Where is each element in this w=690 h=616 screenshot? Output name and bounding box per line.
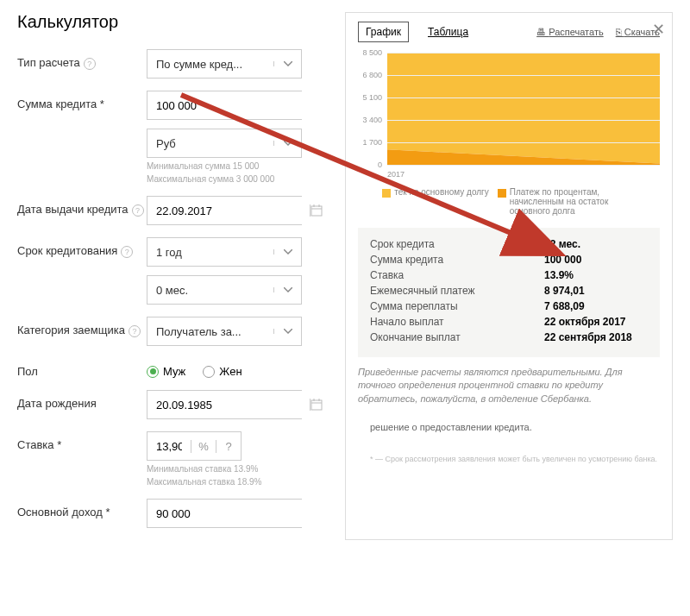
disclaimer: Приведенные расчеты являются предварител… [358, 366, 660, 405]
chart: 01 7003 4005 1006 8008 500 2017 [358, 53, 660, 182]
select-currency[interactable]: Руб [147, 129, 302, 158]
label-birth: Дата рождения [17, 390, 147, 410]
select-calc-type[interactable]: По сумме кред... [147, 49, 302, 79]
below-text: решение о предоставлении кредита. [358, 421, 660, 434]
tab-table[interactable]: Таблица [421, 22, 475, 41]
summary-row: Сумма кредита100 000 [370, 254, 648, 266]
hint-rate-max: Максимальная ставка 18.9% [147, 477, 328, 487]
label-gender: Пол [17, 358, 147, 378]
radio-male[interactable]: Муж [147, 365, 185, 378]
select-term-months[interactable]: 0 мес. [147, 275, 302, 305]
summary-box: Срок кредита12 мес.Сумма кредита100 000С… [358, 228, 660, 357]
svg-marker-8 [387, 53, 660, 163]
label-term: Срок кредитования? [17, 237, 147, 258]
select-term-years[interactable]: 1 год [147, 237, 302, 267]
label-income: Основной доход * [17, 499, 147, 519]
footnote: * — Срок рассмотрения заявления может бы… [358, 454, 660, 465]
input-income[interactable] [147, 499, 302, 528]
summary-row: Сумма переплаты7 688,09 [370, 300, 648, 312]
chevron-down-icon [273, 249, 301, 255]
x-tick: 2017 [387, 170, 405, 179]
birth-field[interactable] [147, 391, 310, 418]
page-title: Калькулятор [17, 12, 328, 32]
summary-row: Ежемесячный платеж8 974,01 [370, 285, 648, 297]
label-issue-date: Дата выдачи кредита? [17, 196, 147, 217]
summary-row: Окончание выплат22 сентября 2018 [370, 331, 648, 343]
close-icon[interactable]: ✕ [652, 20, 665, 39]
hint-amount-max: Максимальная сумма 3 000 000 [147, 174, 328, 184]
chevron-down-icon [273, 287, 301, 292]
chevron-down-icon [273, 61, 301, 66]
income-field[interactable] [147, 500, 310, 527]
svg-rect-0 [311, 206, 322, 216]
issue-date-field[interactable] [147, 197, 310, 224]
summary-row: Начало выплат22 октября 2017 [370, 316, 648, 328]
hint-rate-min: Минимальная ставка 13.9% [147, 464, 328, 474]
help-icon[interactable]: ? [129, 325, 141, 337]
radio-female[interactable]: Жен [203, 365, 242, 378]
chart-legend: тек по основному долгу Платеж по процент… [358, 187, 660, 216]
calendar-icon[interactable] [310, 399, 323, 411]
label-calc-type: Тип расчета? [17, 49, 147, 70]
help-icon[interactable]: ? [132, 204, 144, 217]
chevron-down-icon [273, 329, 301, 334]
chevron-down-icon [273, 141, 301, 146]
help-icon[interactable]: ? [216, 440, 241, 453]
tab-chart[interactable]: График [358, 22, 409, 42]
percent-unit: % [191, 440, 216, 453]
input-amount[interactable] [147, 91, 302, 120]
label-rate: Ставка * [17, 431, 147, 451]
select-category[interactable]: Получатель за... [147, 317, 302, 346]
link-print[interactable]: 🖶 Распечатать [536, 27, 604, 37]
input-issue-date[interactable] [147, 196, 302, 225]
label-category: Категория заемщика? [17, 317, 147, 337]
summary-row: Срок кредита12 мес. [370, 238, 648, 250]
label-amount: Сумма кредита * [17, 91, 147, 110]
help-icon[interactable]: ? [121, 246, 133, 258]
input-birth[interactable] [147, 390, 302, 419]
hint-amount-min: Минимальная сумма 15 000 [147, 161, 328, 171]
amount-field[interactable] [147, 91, 310, 119]
summary-row: Ставка13.9% [370, 269, 648, 281]
help-icon[interactable]: ? [84, 58, 96, 70]
rate-field[interactable] [147, 432, 191, 460]
svg-rect-4 [311, 400, 322, 410]
calendar-icon[interactable] [310, 204, 323, 217]
input-rate[interactable]: % ? [147, 431, 242, 461]
